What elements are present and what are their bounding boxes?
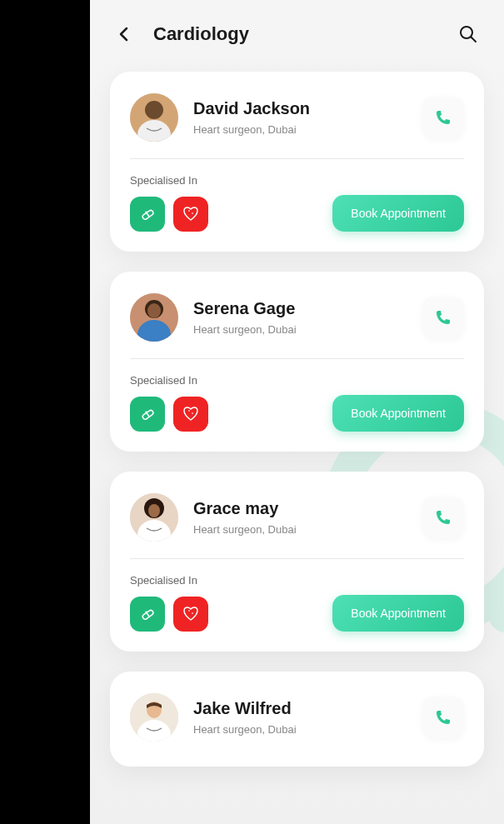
doctor-info: Grace may Heart surgeon, Dubai bbox=[193, 499, 407, 536]
doctor-card: David Jackson Heart surgeon, Dubai Speci… bbox=[110, 72, 484, 252]
pill-icon bbox=[130, 397, 165, 432]
call-button[interactable] bbox=[422, 697, 464, 738]
doctor-card: Serena Gage Heart surgeon, Dubai Special… bbox=[110, 272, 484, 452]
phone-frame: Cardiology David Jackson Heart surgeon, … bbox=[90, 0, 504, 824]
card-body: Specialised In Book Appointment bbox=[130, 159, 464, 232]
specialty-icons bbox=[130, 397, 208, 432]
search-button[interactable] bbox=[457, 23, 479, 45]
avatar bbox=[130, 293, 178, 342]
book-appointment-button[interactable]: Book Appointment bbox=[332, 195, 464, 232]
doctor-subtitle: Heart surgeon, Dubai bbox=[193, 323, 407, 336]
call-button[interactable] bbox=[422, 97, 464, 138]
doctor-card: Grace may Heart surgeon, Dubai Specialis… bbox=[110, 472, 484, 652]
phone-icon bbox=[435, 309, 452, 326]
header: Cardiology bbox=[90, 0, 504, 65]
specialised-section: Specialised In bbox=[130, 574, 208, 632]
specialised-label: Specialised In bbox=[130, 574, 208, 587]
book-appointment-button[interactable]: Book Appointment bbox=[332, 395, 464, 432]
pill-icon bbox=[130, 597, 165, 632]
card-body: Specialised In Book Appointment bbox=[130, 359, 464, 432]
phone-icon bbox=[435, 709, 452, 726]
doctor-subtitle: Heart surgeon, Dubai bbox=[193, 123, 407, 136]
page-title: Cardiology bbox=[153, 23, 249, 45]
svg-point-3 bbox=[145, 101, 163, 119]
avatar bbox=[130, 93, 178, 142]
card-header: Grace may Heart surgeon, Dubai bbox=[130, 493, 464, 559]
chevron-left-icon bbox=[118, 27, 130, 42]
heart-icon bbox=[173, 397, 208, 432]
doctor-subtitle: Heart surgeon, Dubai bbox=[193, 723, 407, 736]
card-header: David Jackson Heart surgeon, Dubai bbox=[130, 93, 464, 159]
card-header: Serena Gage Heart surgeon, Dubai bbox=[130, 293, 464, 359]
back-button[interactable] bbox=[115, 25, 133, 43]
svg-line-1 bbox=[472, 37, 477, 42]
doctor-name: Serena Gage bbox=[193, 299, 407, 318]
specialised-section: Specialised In bbox=[130, 374, 208, 432]
specialised-label: Specialised In bbox=[130, 374, 208, 387]
card-header: Jake Wilfred Heart surgeon, Dubai bbox=[130, 693, 464, 747]
specialty-icons bbox=[130, 597, 208, 632]
specialty-icons bbox=[130, 197, 208, 232]
svg-point-15 bbox=[148, 504, 160, 517]
avatar bbox=[130, 493, 178, 542]
specialised-label: Specialised In bbox=[130, 174, 208, 187]
doctor-name: Jake Wilfred bbox=[193, 699, 407, 718]
doctor-name: Grace may bbox=[193, 499, 407, 518]
doctor-info: Jake Wilfred Heart surgeon, Dubai bbox=[193, 699, 407, 736]
book-appointment-button[interactable]: Book Appointment bbox=[332, 595, 464, 632]
phone-icon bbox=[435, 109, 452, 126]
heart-icon bbox=[173, 597, 208, 632]
heart-icon bbox=[173, 197, 208, 232]
call-button[interactable] bbox=[422, 497, 464, 538]
doctor-info: David Jackson Heart surgeon, Dubai bbox=[193, 99, 407, 136]
pill-icon bbox=[130, 197, 165, 232]
doctor-list: David Jackson Heart surgeon, Dubai Speci… bbox=[90, 65, 504, 793]
doctor-info: Serena Gage Heart surgeon, Dubai bbox=[193, 299, 407, 336]
specialised-section: Specialised In bbox=[130, 174, 208, 232]
svg-point-9 bbox=[147, 303, 161, 318]
doctor-name: David Jackson bbox=[193, 99, 407, 118]
search-icon bbox=[459, 25, 477, 43]
doctor-card: Jake Wilfred Heart surgeon, Dubai bbox=[110, 672, 484, 767]
call-button[interactable] bbox=[422, 297, 464, 338]
doctor-subtitle: Heart surgeon, Dubai bbox=[193, 523, 407, 536]
avatar bbox=[130, 693, 178, 742]
phone-icon bbox=[435, 509, 452, 526]
card-body: Specialised In Book Appointment bbox=[130, 559, 464, 632]
